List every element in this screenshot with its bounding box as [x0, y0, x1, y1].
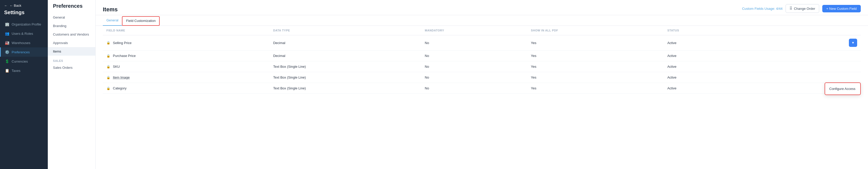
change-order-button[interactable]: ⠿ Change Order [785, 4, 819, 13]
cell-field-name: 🔒Purchase Price [103, 50, 270, 61]
cell-field-name: 🔒Category [103, 83, 270, 94]
cell-field-name: 🔒Selling Price [103, 35, 270, 50]
sidebar-item-label: Taxes [11, 69, 21, 73]
lock-icon: 🔒 [106, 65, 110, 69]
middle-nav-item-branding[interactable]: Branding [48, 22, 95, 30]
field-name-link[interactable]: Item Image [113, 76, 130, 79]
field-name-text: Category [113, 86, 127, 90]
cell-status: Active [664, 61, 770, 72]
tab-general[interactable]: General [103, 15, 122, 26]
main-content: Items Custom Fields Usage: 4/44 ⠿ Change… [96, 0, 868, 169]
cell-show-pdf: Yes [527, 61, 664, 72]
lock-icon: 🔒 [106, 54, 110, 58]
field-name-text: Purchase Price [113, 54, 135, 58]
sidebar-item-org-profile[interactable]: 🏢 Organization Profile [0, 19, 48, 29]
table-body: 🔒Selling PriceDecimalNoYesActive▼🔒Purcha… [103, 35, 861, 94]
cell-field-name: 🔒SKU [103, 61, 270, 72]
field-name-text: Selling Price [113, 41, 131, 45]
currencies-icon: 💲 [5, 59, 9, 64]
table-row: 🔒SKUText Box (Single Line)NoYesActive [103, 61, 861, 72]
change-order-label: Change Order [794, 7, 815, 10]
middle-nav-item-sales-orders[interactable]: Sales Orders [48, 64, 95, 72]
cell-show-pdf: Yes [527, 83, 664, 94]
table-row: 🔒CategoryText Box (Single Line)NoYesActi… [103, 83, 861, 94]
col-header-action [770, 26, 861, 35]
middle-nav: Preferences GeneralBrandingCustomers and… [48, 0, 96, 169]
cell-data-type: Text Box (Single Line) [270, 83, 421, 94]
middle-nav-item-general[interactable]: General [48, 13, 95, 22]
col-header-status: STATUS [664, 26, 770, 35]
grid-icon: ⠿ [789, 6, 792, 11]
table-row: 🔒Purchase PriceDecimalNoYesActive [103, 50, 861, 61]
header-actions: Custom Fields Usage: 4/44 ⠿ Change Order… [742, 4, 861, 15]
cell-action: ▼ [770, 35, 861, 50]
cell-data-type: Decimal [270, 50, 421, 61]
back-button[interactable]: ← ← Back [0, 0, 48, 9]
sidebar-nav: 🏢 Organization Profile 👥 Users & Roles 🏭… [0, 19, 48, 169]
col-header-data-type: DATA TYPE [270, 26, 421, 35]
field-name-text: SKU [113, 65, 120, 69]
sidebar-item-label: Currencies [11, 59, 28, 64]
page-title: Items [103, 6, 118, 13]
cell-status: Active [664, 83, 770, 94]
users-roles-icon: 👥 [5, 32, 9, 36]
sidebar-title: Settings [0, 9, 48, 19]
middle-nav-title: Preferences [48, 3, 95, 13]
table-header-row: FIELD NAME DATA TYPE MANDATORY SHOW IN A… [103, 26, 861, 35]
main-header: Items Custom Fields Usage: 4/44 ⠿ Change… [96, 0, 868, 15]
sidebar-item-currencies[interactable]: 💲 Currencies [0, 57, 48, 66]
cell-mandatory: No [421, 50, 527, 61]
taxes-icon: 📋 [5, 69, 9, 73]
cell-show-pdf: Yes [527, 50, 664, 61]
tab-field-customization[interactable]: Field Customization [122, 16, 160, 26]
fields-table: FIELD NAME DATA TYPE MANDATORY SHOW IN A… [103, 26, 861, 94]
cell-action [770, 72, 861, 83]
warehouses-icon: 🏭 [5, 41, 9, 45]
table-row: 🔒Selling PriceDecimalNoYesActive▼ [103, 35, 861, 50]
middle-nav-item-customers-vendors[interactable]: Customers and Vendors [48, 30, 95, 39]
row-dropdown-button[interactable]: ▼ [849, 39, 857, 47]
configure-access-dropdown: Configure Access [825, 82, 861, 95]
sidebar-item-warehouses[interactable]: 🏭 Warehouses [0, 38, 48, 47]
sidebar-item-label: Organization Profile [11, 23, 41, 26]
org-profile-icon: 🏢 [5, 22, 9, 26]
new-custom-field-label: + New Custom Field [827, 7, 857, 10]
cell-mandatory: No [421, 61, 527, 72]
sidebar-item-preferences[interactable]: ⚙️ Preferences [0, 47, 48, 57]
sidebar-item-label: Users & Roles [11, 32, 33, 36]
cell-data-type: Decimal [270, 35, 421, 50]
cell-mandatory: No [421, 35, 527, 50]
custom-fields-usage: Custom Fields Usage: 4/44 [742, 7, 782, 10]
new-custom-field-button[interactable]: + New Custom Field [822, 5, 861, 12]
chevron-down-icon: ▼ [851, 41, 855, 45]
lock-icon: 🔒 [106, 87, 110, 90]
configure-access-item[interactable]: Configure Access [825, 85, 860, 93]
table-row: 🔒Item ImageText Box (Single Line)NoYesAc… [103, 72, 861, 83]
col-header-show-pdf: SHOW IN ALL PDF [527, 26, 664, 35]
middle-nav-item-items[interactable]: Items [48, 47, 95, 56]
sidebar-item-users-roles[interactable]: 👥 Users & Roles [0, 29, 48, 38]
cell-data-type: Text Box (Single Line) [270, 61, 421, 72]
sidebar-item-label: Preferences [11, 50, 30, 54]
col-header-mandatory: MANDATORY [421, 26, 527, 35]
cell-status: Active [664, 50, 770, 61]
cell-show-pdf: Yes [527, 72, 664, 83]
middle-nav-section-sales: SALES [48, 56, 95, 64]
cell-field-name: 🔒Item Image [103, 72, 270, 83]
cell-action [770, 61, 861, 72]
back-label: ← Back [4, 4, 22, 7]
sidebar-item-label: Warehouses [11, 41, 30, 45]
cell-status: Active [664, 35, 770, 50]
cell-status: Active [664, 72, 770, 83]
col-header-field-name: FIELD NAME [103, 26, 270, 35]
table-container: FIELD NAME DATA TYPE MANDATORY SHOW IN A… [96, 26, 868, 169]
cell-data-type: Text Box (Single Line) [270, 72, 421, 83]
middle-nav-item-approvals[interactable]: Approvals [48, 39, 95, 47]
preferences-icon: ⚙️ [5, 50, 9, 54]
tabs-bar: General Field Customization [96, 15, 868, 26]
cell-show-pdf: Yes [527, 35, 664, 50]
sidebar-item-taxes[interactable]: 📋 Taxes [0, 66, 48, 75]
cell-mandatory: No [421, 83, 527, 94]
lock-icon: 🔒 [106, 76, 110, 79]
cell-action [770, 50, 861, 61]
